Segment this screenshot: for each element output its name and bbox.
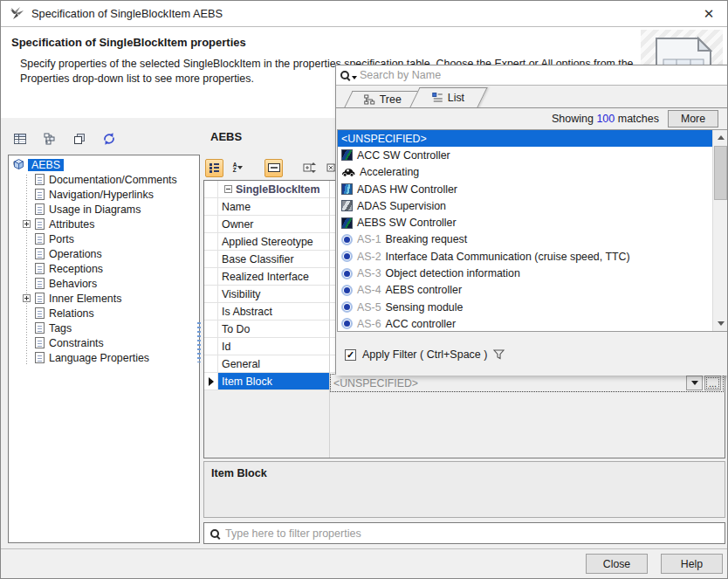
tree-root-label: AEBS bbox=[28, 159, 64, 171]
property-label: To Do bbox=[218, 321, 329, 337]
filter-properties-input[interactable] bbox=[225, 527, 725, 540]
expand-nodes-icon[interactable] bbox=[300, 159, 319, 177]
tree-item-tags[interactable]: Tags bbox=[9, 321, 199, 335]
tree-item-attributes[interactable]: Attributes bbox=[9, 217, 199, 231]
list-item-as6[interactable]: AS-6ACC controller bbox=[338, 315, 712, 332]
tab-list[interactable]: List bbox=[409, 87, 487, 107]
thumbnail-icon bbox=[341, 149, 353, 161]
list-item-accelerating[interactable]: Accelerating bbox=[338, 164, 712, 181]
list-item-adas-supervision[interactable]: ADAS Supervision bbox=[338, 197, 712, 214]
property-label: Realized Interface bbox=[218, 268, 329, 285]
list-item-label: ACC SW Controller bbox=[357, 149, 450, 162]
list-item-acc-sw-controller[interactable]: ACC SW Controller bbox=[338, 147, 712, 163]
search-caret-icon[interactable] bbox=[352, 76, 357, 79]
tree-item-label: Documentation/Comments bbox=[49, 174, 177, 186]
tree-item-root[interactable]: AEBS bbox=[9, 157, 199, 172]
element-tree-panel: AEBS Documentation/Comments Navigation/H… bbox=[8, 155, 200, 543]
column-divider bbox=[329, 181, 330, 458]
property-label: General bbox=[218, 355, 329, 372]
popup-search-bar bbox=[336, 65, 727, 86]
matches-prefix: Showing bbox=[552, 113, 594, 125]
refresh-icon[interactable] bbox=[100, 130, 118, 148]
list-item-label: ADAS HW Controller bbox=[357, 183, 457, 196]
tree-item-label: Constraints bbox=[49, 337, 104, 349]
list-item-id: AS-5 bbox=[357, 301, 381, 314]
document-icon bbox=[35, 263, 45, 274]
tree-item-documentation-comments[interactable]: Documentation/Comments bbox=[9, 172, 199, 187]
list-item-as5[interactable]: AS-5Sensing module bbox=[338, 299, 712, 315]
requirement-icon bbox=[341, 285, 353, 296]
thumbnail-icon bbox=[341, 200, 353, 211]
expand-plus-icon[interactable] bbox=[23, 220, 31, 228]
dropdown-arrow-button[interactable] bbox=[686, 376, 703, 390]
tree-item-label: Receptions bbox=[49, 263, 103, 275]
tree-item-inner-elements[interactable]: Inner Elements bbox=[9, 291, 199, 306]
tree-view-icon[interactable] bbox=[41, 130, 58, 148]
collapse-minus-icon[interactable] bbox=[224, 185, 232, 193]
description-title: Item Block bbox=[211, 467, 718, 479]
list-item-id: AS-4 bbox=[357, 284, 381, 296]
panel-splitter-handle[interactable] bbox=[197, 322, 201, 362]
properties-filter bbox=[203, 522, 725, 544]
property-label: Owner bbox=[218, 216, 329, 232]
tree-item-label: Tags bbox=[49, 322, 72, 334]
tree-item-receptions[interactable]: Receptions bbox=[9, 261, 199, 276]
matches-bar: Showing 100 matches More bbox=[336, 108, 727, 129]
document-icon bbox=[35, 352, 45, 363]
show-description-icon[interactable] bbox=[264, 159, 283, 177]
list-item-adas-hw-controller[interactable]: ADAS HW Controller bbox=[338, 181, 712, 197]
chevron-down-icon bbox=[691, 381, 698, 385]
tree-item-constraints[interactable]: Constraints bbox=[9, 335, 199, 350]
sort-alphabetically-icon[interactable]: AZ bbox=[229, 159, 247, 177]
close-icon[interactable]: ✕ bbox=[690, 1, 727, 26]
tree-item-relations[interactable]: Relations bbox=[9, 306, 199, 321]
help-button[interactable]: Help bbox=[661, 554, 723, 574]
tree-item-language-properties[interactable]: Language Properties bbox=[9, 350, 199, 365]
document-icon bbox=[35, 174, 45, 185]
list-item-as1[interactable]: AS-1Breaking request bbox=[338, 231, 712, 248]
list-item-as2[interactable]: AS-2Interface Data Communication (cruise… bbox=[338, 248, 712, 265]
tree-item-operations[interactable]: Operations bbox=[9, 246, 199, 261]
filter-funnel-icon[interactable] bbox=[493, 349, 505, 360]
tab-tree-label: Tree bbox=[380, 93, 402, 106]
copy-icon[interactable] bbox=[71, 130, 88, 148]
expand-plus-icon[interactable] bbox=[23, 294, 31, 302]
list-item-label: <UNSPECIFIED> bbox=[341, 133, 427, 145]
scroll-down-icon[interactable] bbox=[713, 316, 728, 331]
tree-item-usage-in-diagrams[interactable]: Usage in Diagrams bbox=[9, 202, 199, 217]
description-panel: Item Block bbox=[203, 461, 725, 518]
item-block-value-editor[interactable]: <UNSPECIFIED> ... bbox=[330, 374, 724, 392]
table-view-icon[interactable] bbox=[11, 130, 29, 148]
list-item-aebs-sw-controller[interactable]: AEBS SW Controller bbox=[338, 214, 712, 231]
search-by-name-input[interactable] bbox=[360, 69, 727, 81]
list-item-as3[interactable]: AS-3Object detection information bbox=[338, 265, 712, 281]
scrollbar-thumb[interactable] bbox=[714, 146, 727, 200]
more-button[interactable]: More bbox=[668, 110, 718, 128]
popup-content: Showing 100 matches More <UNSPECIFIED> A… bbox=[336, 107, 727, 376]
tree-item-label: Behaviors bbox=[49, 278, 97, 290]
list-item-as4[interactable]: AS-4AEBS controller bbox=[338, 282, 712, 299]
properties-toolbar: AZ bbox=[205, 158, 342, 177]
apply-filter-checkbox[interactable]: ✓ bbox=[345, 349, 356, 361]
selected-row-arrow-icon bbox=[209, 377, 214, 386]
scroll-up-icon[interactable] bbox=[713, 130, 728, 145]
property-label: Applied Stereotype bbox=[218, 233, 329, 250]
editor-value: <UNSPECIFIED> bbox=[331, 377, 686, 389]
car-icon bbox=[341, 168, 355, 177]
requirement-icon bbox=[341, 318, 353, 329]
ellipsis-button[interactable]: ... bbox=[704, 376, 721, 390]
matches-count: 100 bbox=[596, 113, 615, 125]
list-item-unspecified[interactable]: <UNSPECIFIED> bbox=[338, 130, 712, 147]
list-scrollbar[interactable] bbox=[712, 130, 727, 331]
list-item-label: Object detection information bbox=[386, 267, 520, 279]
tree-item-behaviors[interactable]: Behaviors bbox=[9, 276, 199, 291]
list-item-label: ADAS Supervision bbox=[357, 200, 446, 212]
tree-item-navigation-hyperlinks[interactable]: Navigation/Hyperlinks bbox=[9, 187, 199, 202]
tab-list-label: List bbox=[448, 92, 464, 104]
categorized-view-icon[interactable] bbox=[205, 159, 223, 177]
tree-item-ports[interactable]: Ports bbox=[9, 231, 199, 246]
apply-filter-label: Apply Filter ( Ctrl+Space ) bbox=[362, 348, 487, 361]
document-icon bbox=[35, 293, 45, 304]
close-button[interactable]: Close bbox=[586, 554, 648, 574]
results-list: <UNSPECIFIED> ACC SW Controller Accelera… bbox=[337, 129, 728, 332]
